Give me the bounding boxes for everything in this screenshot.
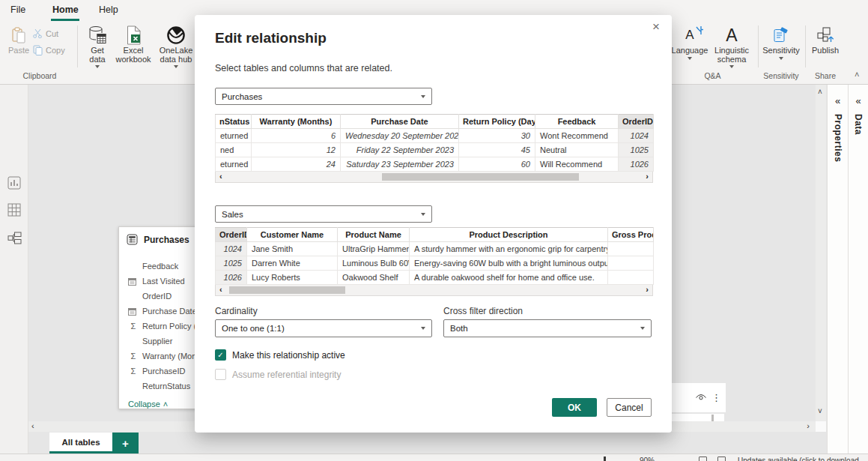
table-cell[interactable]: Darren White — [247, 256, 338, 271]
collapse-ribbon-icon[interactable]: ˄ — [855, 70, 859, 79]
scrollbar-thumb[interactable] — [382, 173, 579, 181]
scroll-down-icon[interactable]: ˅ — [818, 407, 822, 415]
expand-pane-icon[interactable]: « — [828, 95, 848, 106]
table-row: 1024 Jane Smith UltraGrip Hammer A sturd… — [216, 242, 654, 256]
referential-integrity-row: Assume referential integrity — [215, 369, 341, 380]
column-header[interactable]: Gross Product — [608, 228, 654, 242]
column-header[interactable]: nStatus — [216, 115, 252, 129]
table-cell[interactable]: Jane Smith — [247, 242, 338, 256]
table-cell[interactable] — [608, 242, 654, 256]
table-cell[interactable]: eturned — [216, 129, 252, 143]
table-cell[interactable]: Oakwood Shelf — [338, 271, 410, 285]
cardinality-dropdown[interactable]: One to one (1:1) — [215, 319, 432, 337]
table-cell[interactable]: Friday 22 September 2023 — [341, 143, 459, 157]
table-cell[interactable]: Wont Recommend — [535, 129, 619, 143]
table-cell[interactable]: 24 — [252, 157, 341, 172]
column-header[interactable]: Purchase Date — [341, 115, 459, 129]
properties-pane-collapsed[interactable]: « Properties — [827, 85, 848, 454]
table-view-icon[interactable] — [7, 203, 21, 217]
column-header-selected[interactable]: OrderID — [216, 228, 247, 242]
table-cell[interactable]: 12 — [252, 143, 341, 157]
scroll-left-icon[interactable]: ‹ — [219, 172, 222, 181]
add-layout-button[interactable]: + — [112, 433, 139, 454]
report-view-icon[interactable] — [7, 176, 21, 190]
canvas-vertical-scrollbar[interactable]: ˄ ˅ — [816, 85, 826, 421]
table-cell[interactable]: 45 — [459, 143, 535, 157]
onelake-button[interactable]: OneLake data hub — [153, 25, 199, 68]
table-cell[interactable]: Neutral — [535, 143, 619, 157]
update-message[interactable]: Updates available (click to download... — [738, 457, 865, 461]
table-cell[interactable]: 30 — [459, 129, 535, 143]
copy-button[interactable]: Copy — [33, 45, 65, 55]
table-cell[interactable]: A durable oakwood shelf for home and off… — [410, 271, 608, 285]
column-header[interactable]: Warranty (Months) — [252, 115, 341, 129]
scroll-right-icon[interactable]: › — [807, 421, 810, 430]
sigma-icon: Σ — [128, 322, 139, 331]
paste-button[interactable]: Paste — [4, 25, 33, 55]
field-label: ReturnStatus — [142, 382, 190, 391]
column-header-selected[interactable]: OrderID — [619, 115, 654, 129]
column-header[interactable]: Product Description — [410, 228, 608, 242]
column-header[interactable]: Feedback — [535, 115, 619, 129]
table-cell[interactable]: 6 — [252, 129, 341, 143]
scroll-right-icon[interactable]: › — [646, 172, 649, 181]
table-cell[interactable]: Energy-saving 60W bulb with a bright lum… — [410, 256, 608, 271]
close-icon[interactable]: × — [652, 19, 660, 34]
crossfilter-dropdown[interactable]: Both — [443, 319, 652, 337]
scroll-left-icon[interactable]: ‹ — [219, 285, 222, 294]
column-header[interactable]: Customer Name — [247, 228, 338, 242]
make-active-checkbox[interactable]: ✓ — [215, 349, 226, 361]
table-cell[interactable]: Saturday 23 September 2023 — [341, 157, 459, 172]
ribbon-separator — [77, 25, 78, 67]
tab-home[interactable]: Home — [52, 4, 79, 15]
column-header[interactable]: Product Name — [338, 228, 410, 242]
linguistic-schema-button[interactable]: A Linguistic schema — [710, 25, 753, 68]
table-cell-selected[interactable]: 1026 — [216, 271, 247, 285]
ok-button[interactable]: OK — [552, 398, 597, 417]
excel-workbook-button[interactable]: Excel workbook — [114, 25, 153, 64]
get-data-button[interactable]: Get data — [81, 25, 114, 68]
fit-width-icon[interactable] — [717, 457, 726, 461]
cut-button[interactable]: Cut — [33, 28, 58, 38]
table-cell[interactable]: UltraGrip Hammer — [338, 242, 410, 256]
fit-to-page-icon[interactable] — [699, 457, 707, 461]
scroll-right-icon[interactable]: › — [646, 285, 649, 294]
table-cell[interactable]: Luminous Bulb 60W — [338, 256, 410, 271]
cancel-button[interactable]: Cancel — [607, 398, 652, 417]
language-button[interactable]: A Language — [672, 25, 708, 60]
table-cell-selected[interactable]: 1024 — [216, 242, 247, 256]
table-cell[interactable]: Will Recommend — [535, 157, 619, 172]
table2-horizontal-scrollbar[interactable]: ‹ › — [215, 285, 653, 296]
table-cell[interactable] — [608, 256, 654, 271]
table-cell[interactable]: ned — [216, 143, 252, 157]
table-cell[interactable]: Lucy Roberts — [247, 271, 338, 285]
table-cell[interactable]: Wednesday 20 September 2023 — [341, 129, 459, 143]
table-cell[interactable]: A sturdy hammer with an ergonomic grip f… — [410, 242, 608, 256]
model-view-icon[interactable] — [7, 232, 21, 245]
column-header[interactable]: Return Policy (Days) — [459, 115, 535, 129]
sensitivity-button[interactable]: Sensitivity — [761, 25, 801, 60]
publish-button[interactable]: Publish — [808, 25, 843, 55]
table-cell-selected[interactable]: 1026 — [619, 157, 654, 172]
copy-label: Copy — [46, 46, 65, 55]
tab-file[interactable]: File — [10, 4, 25, 15]
table1-horizontal-scrollbar[interactable]: ‹ › — [215, 172, 653, 183]
table-cell-selected[interactable]: 1025 — [619, 143, 654, 157]
table-cell-selected[interactable]: 1024 — [619, 129, 654, 143]
table-cell[interactable]: eturned — [216, 157, 252, 172]
table1-selector[interactable]: Purchases — [215, 88, 432, 105]
table-cell[interactable]: 60 — [459, 157, 535, 172]
tab-help[interactable]: Help — [99, 4, 118, 15]
eye-icon[interactable] — [695, 394, 707, 402]
zoom-slider-handle[interactable] — [604, 457, 606, 461]
data-pane-collapsed[interactable]: « Data — [848, 85, 868, 454]
table-cell[interactable] — [608, 271, 654, 285]
table2-selector[interactable]: Sales — [215, 205, 432, 223]
scroll-up-icon[interactable]: ˄ — [818, 88, 822, 96]
scroll-left-icon[interactable]: ‹ — [31, 421, 34, 430]
tab-all-tables[interactable]: All tables — [49, 433, 112, 454]
expand-pane-icon[interactable]: « — [849, 95, 868, 106]
scrollbar-thumb[interactable] — [229, 286, 345, 294]
more-options-icon[interactable]: ⋮ — [711, 394, 721, 402]
table-cell-selected[interactable]: 1025 — [216, 256, 247, 271]
